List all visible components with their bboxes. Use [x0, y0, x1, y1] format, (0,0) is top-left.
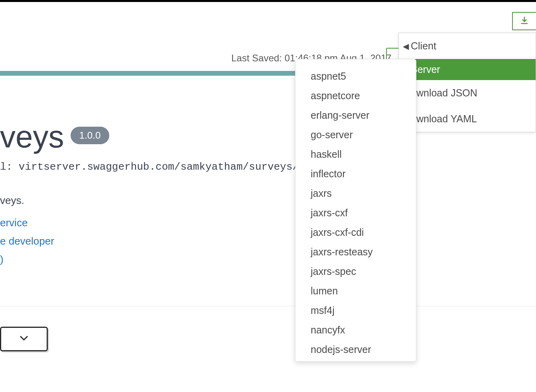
- caret-left-icon: ◀: [402, 41, 409, 51]
- section-divider: [0, 306, 536, 306]
- download-menu: ◀ Client ◀ Server Download JSON Download…: [398, 33, 536, 132]
- menu-item-download-json[interactable]: Download JSON: [399, 80, 536, 106]
- server-option[interactable]: nodejs-server: [296, 340, 416, 359]
- server-option[interactable]: erlang-server: [296, 106, 416, 125]
- server-option[interactable]: jaxrs-cxf-cdi: [296, 223, 416, 242]
- menu-item-client[interactable]: ◀ Client: [399, 33, 536, 59]
- server-option[interactable]: jaxrs: [296, 184, 416, 203]
- link-license[interactable]: ): [0, 253, 4, 266]
- download-button[interactable]: [512, 12, 536, 30]
- server-option[interactable]: msf4j: [296, 301, 416, 320]
- base-url: l: virtserver.swaggerhub.com/samkyatham/…: [0, 161, 336, 173]
- menu-item-download-yaml[interactable]: Download YAML: [399, 106, 536, 132]
- server-option[interactable]: jaxrs-resteasy: [296, 242, 416, 262]
- server-option[interactable]: nancyfx: [296, 320, 416, 340]
- server-option[interactable]: go-server: [296, 125, 416, 145]
- server-option[interactable]: python-flask: [296, 359, 416, 362]
- server-option[interactable]: aspnet5: [296, 67, 416, 86]
- menu-item-server[interactable]: ◀ Server: [399, 59, 536, 80]
- server-option[interactable]: aspnetcore: [296, 86, 416, 106]
- server-option[interactable]: lumen: [296, 281, 416, 301]
- server-option[interactable]: inflector: [296, 164, 416, 184]
- link-terms[interactable]: ervice: [0, 217, 28, 229]
- chevron-down-icon: [20, 335, 28, 343]
- server-submenu: aspnet5 aspnetcore erlang-server go-serv…: [295, 59, 416, 362]
- server-option[interactable]: jaxrs-cxf: [296, 203, 416, 223]
- top-border: [0, 0, 536, 2]
- api-description: veys.: [0, 194, 24, 207]
- api-title: veys: [0, 119, 64, 155]
- scheme-select[interactable]: [0, 327, 48, 351]
- server-option[interactable]: jaxrs-spec: [296, 262, 416, 281]
- menu-item-label: Client: [411, 40, 436, 52]
- link-contact[interactable]: e developer: [0, 235, 54, 247]
- download-icon: [520, 16, 529, 27]
- version-badge: 1.0.0: [71, 127, 109, 144]
- server-option[interactable]: haskell: [296, 145, 416, 164]
- api-title-area: veys 1.0.0: [0, 119, 109, 155]
